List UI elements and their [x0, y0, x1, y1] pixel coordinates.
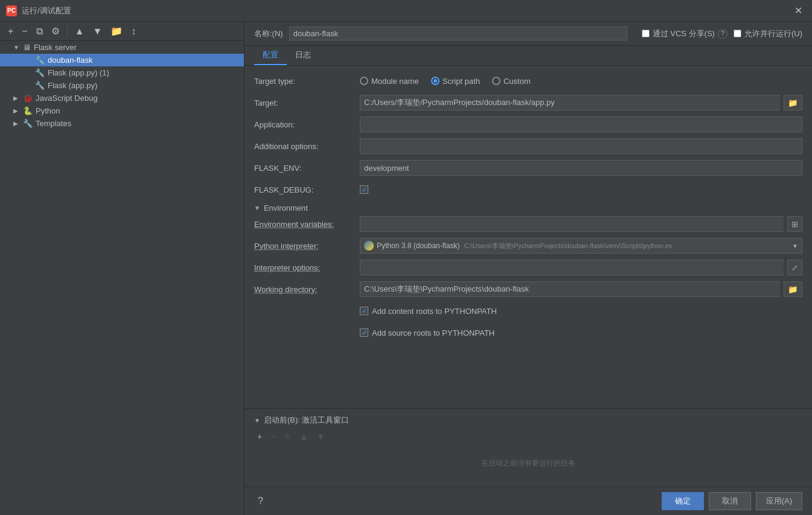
radio-custom[interactable]: Custom — [492, 77, 531, 86]
tree-item-javascript-debug[interactable]: ▶ 🐞 JavaScript Debug — [0, 92, 244, 104]
add-source-roots-label: Add source roots to PYTHONPATH — [372, 328, 494, 337]
interpreter-options-expand-button[interactable]: ⤢ — [787, 260, 802, 275]
remove-config-button[interactable]: − — [19, 25, 30, 38]
dialog-title: 运行/调试配置 — [22, 5, 791, 16]
js-debug-label: JavaScript Debug — [36, 94, 98, 103]
left-panel: + − ⧉ ⚙ ▲ ▼ 📁 ↕ ▼ 🖥 Flask server 🔧 douba… — [0, 22, 245, 515]
prelauncher-down-button[interactable]: ▼ — [313, 430, 328, 443]
app-icon: PC — [6, 5, 17, 16]
sort-button[interactable]: ↕ — [128, 25, 139, 38]
target-type-row: Target type: Module name Script path Cus… — [254, 73, 802, 89]
flask-app-icon: 🔧 — [35, 81, 45, 90]
tree-item-flask-server[interactable]: ▼ 🖥 Flask server — [0, 41, 244, 54]
add-source-roots-box: ✓ — [360, 328, 368, 337]
application-input[interactable] — [360, 117, 802, 132]
vcs-help-icon[interactable]: ? — [718, 29, 727, 39]
parallel-run-section: 允许并行运行(U) — [734, 28, 802, 39]
tree-item-python[interactable]: ▶ 🐍 Python — [0, 104, 244, 117]
tab-config[interactable]: 配置 — [254, 46, 287, 65]
douban-flask-icon: 🔧 — [35, 56, 45, 65]
move-up-button[interactable]: ▲ — [72, 25, 88, 38]
env-vars-row: Environment variables: ⊞ — [254, 216, 802, 232]
douban-flask-label: douban-flask — [48, 56, 92, 65]
main-content: + − ⧉ ⚙ ▲ ▼ 📁 ↕ ▼ 🖥 Flask server 🔧 douba… — [0, 22, 812, 515]
config-content: Target type: Module name Script path Cus… — [245, 66, 812, 408]
settings-config-button[interactable]: ⚙ — [48, 24, 63, 38]
add-config-button[interactable]: + — [5, 25, 16, 38]
flask-env-label: FLASK_ENV: — [254, 164, 360, 173]
prelauncher-up-button[interactable]: ▲ — [296, 430, 311, 443]
tab-logs[interactable]: 日志 — [287, 46, 319, 65]
toolbar-separator — [67, 26, 68, 37]
radio-script-circle — [431, 77, 440, 85]
cancel-button[interactable]: 取消 — [709, 492, 751, 510]
prelauncher-label: 启动前(B): 激活工具窗口 — [264, 415, 350, 426]
environment-section-header[interactable]: ▼ Environment — [254, 203, 802, 213]
vcs-share-checkbox[interactable] — [642, 30, 650, 37]
application-control — [360, 117, 802, 132]
flask-env-input[interactable] — [360, 160, 802, 176]
python-icon: 🐍 — [23, 106, 33, 115]
folder-button[interactable]: 📁 — [107, 24, 126, 38]
titlebar: PC 运行/调试配置 ✕ — [0, 0, 812, 22]
flask-debug-checkbox-label[interactable]: ✓ — [360, 185, 368, 194]
parallel-run-label: 允许并行运行(U) — [744, 28, 802, 39]
flask-app-label: Flask (app.py) — [48, 81, 97, 90]
env-vars-label: Environment variables: — [254, 220, 360, 229]
close-button[interactable]: ✕ — [791, 4, 806, 18]
prelauncher-remove-button[interactable]: − — [267, 430, 278, 443]
left-toolbar: + − ⧉ ⚙ ▲ ▼ 📁 ↕ — [0, 22, 244, 41]
parallel-run-checkbox[interactable] — [734, 30, 741, 37]
environment-arrow: ▼ — [254, 205, 260, 211]
name-label: 名称:(N) — [254, 28, 283, 39]
target-type-control: Module name Script path Custom — [360, 77, 802, 86]
radio-module-name[interactable]: Module name — [360, 77, 419, 86]
name-input[interactable] — [289, 27, 627, 40]
flask-env-row: FLASK_ENV: — [254, 160, 802, 176]
add-content-roots-row: ✓ Add content roots to PYTHONPATH — [254, 303, 802, 319]
python-interpreter-label: Python interpreter: — [254, 242, 360, 251]
js-debug-icon: 🐞 — [23, 94, 33, 103]
flask-debug-control: ✓ — [360, 185, 802, 194]
target-input[interactable] — [360, 95, 780, 110]
apply-button[interactable]: 应用(A) — [756, 492, 802, 510]
js-debug-arrow: ▶ — [13, 95, 21, 101]
target-label: Target: — [254, 98, 360, 107]
working-directory-browse-button[interactable]: 📁 — [784, 281, 802, 297]
python-interpreter-dropdown[interactable]: Python 3.8 (douban-flask) C:\Users\李瑞垫\P… — [360, 238, 802, 254]
add-content-roots-checkbox[interactable]: ✓ Add content roots to PYTHONPATH — [360, 307, 497, 316]
env-vars-input[interactable] — [360, 216, 784, 232]
move-down-button[interactable]: ▼ — [90, 25, 106, 38]
working-directory-row: Working directory: 📁 — [254, 281, 802, 297]
prelauncher-header[interactable]: ▼ 启动前(B): 激活工具窗口 — [254, 415, 802, 426]
interpreter-options-input[interactable] — [360, 260, 784, 275]
environment-label: Environment — [264, 203, 308, 213]
additional-options-row: Additional options: — [254, 138, 802, 154]
tree-item-templates[interactable]: ▶ 🔧 Templates — [0, 117, 244, 130]
help-button[interactable]: ? — [254, 494, 267, 508]
tree-item-flask-app-1[interactable]: 🔧 Flask (app.py) (1) — [0, 66, 244, 79]
radio-script-label: Script path — [443, 77, 480, 86]
target-browse-button[interactable]: 📁 — [784, 95, 802, 110]
additional-options-input[interactable] — [360, 138, 802, 154]
flask-debug-label: FLASK_DEBUG: — [254, 185, 360, 194]
tree-item-flask-app[interactable]: 🔧 Flask (app.py) — [0, 79, 244, 92]
add-source-roots-checkbox[interactable]: ✓ Add source roots to PYTHONPATH — [360, 328, 494, 337]
ok-button[interactable]: 确定 — [662, 492, 704, 510]
python-interpreter-value: Python 3.8 (douban-flask) C:\Users\李瑞垫\P… — [377, 242, 790, 251]
python-interpreter-icon — [364, 241, 374, 251]
tree-item-douban-flask[interactable]: 🔧 douban-flask — [0, 54, 244, 66]
prelauncher-edit-button[interactable]: ✎ — [281, 430, 294, 443]
prelauncher-add-button[interactable]: + — [254, 430, 265, 443]
flask-debug-row: FLASK_DEBUG: ✓ — [254, 182, 802, 197]
application-label: Application: — [254, 120, 360, 129]
radio-script-path[interactable]: Script path — [431, 77, 480, 86]
radio-module-circle — [360, 77, 368, 85]
interpreter-options-control: ⤢ — [360, 260, 802, 275]
radio-module-label: Module name — [371, 77, 419, 86]
templates-icon: 🔧 — [23, 119, 33, 128]
env-vars-edit-button[interactable]: ⊞ — [787, 216, 802, 232]
copy-config-button[interactable]: ⧉ — [33, 25, 46, 38]
python-interpreter-control: Python 3.8 (douban-flask) C:\Users\李瑞垫\P… — [360, 238, 802, 254]
working-directory-input[interactable] — [360, 281, 780, 297]
